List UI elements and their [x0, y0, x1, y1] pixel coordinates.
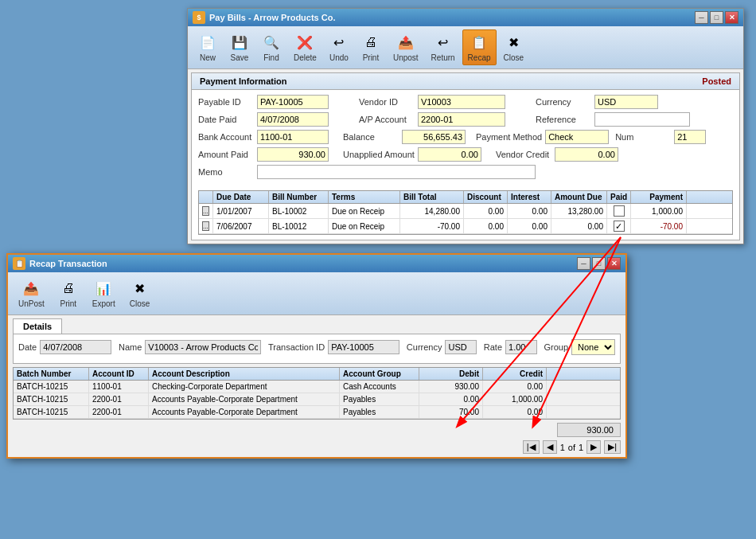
- paid-1[interactable]: [607, 204, 631, 218]
- bills-grid: Due Date Bill Number Terms Bill Total Di…: [198, 190, 733, 235]
- grid-row-2: ... 7/06/2007 BL-10012 Due on Receip -70…: [199, 219, 732, 234]
- details-form: Date Name Transaction ID Currency Rate G…: [13, 334, 621, 364]
- reference-label: Reference: [536, 115, 591, 124]
- recap-unpost-button[interactable]: 📤 UnPost: [13, 275, 50, 311]
- expand-btn-1[interactable]: ...: [202, 206, 209, 216]
- save-icon: 💾: [230, 33, 249, 52]
- vendor-id-label: Vendor ID: [359, 97, 415, 107]
- recap-unpost-label: UnPost: [18, 299, 45, 308]
- bank-account-input[interactable]: [257, 130, 329, 144]
- find-label: Find: [263, 53, 279, 62]
- date-paid-input[interactable]: [257, 112, 329, 127]
- expand-btn-2[interactable]: ...: [202, 221, 209, 231]
- new-label: New: [200, 53, 216, 62]
- form-row-2: Date Paid A/P Account Reference: [198, 112, 733, 127]
- rate-label: Rate: [484, 342, 502, 352]
- recap-close-button[interactable]: ✕: [607, 257, 621, 270]
- discount-header: Discount: [464, 191, 508, 203]
- pay-bills-window: $ Pay Bills - Arrow Products Co. ─ □ ✕ 📄…: [187, 8, 744, 244]
- form-row-3: Bank Account Balance Payment Method Num: [198, 130, 733, 144]
- num-input[interactable]: [674, 130, 706, 144]
- recap-titlebar: 📋 Recap Transaction ─ □ ✕: [8, 255, 625, 272]
- first-page-button[interactable]: |◀: [523, 440, 540, 454]
- last-page-button[interactable]: ▶|: [604, 440, 621, 454]
- grid-row-1: ... 1/01/2007 BL-10002 Due on Receip 14,…: [199, 204, 732, 219]
- currency-label: Currency: [407, 342, 442, 352]
- print-button[interactable]: 🖨 Print: [356, 29, 386, 65]
- paid-checkbox-1[interactable]: [614, 205, 625, 217]
- bill-number-header: Bill Number: [269, 191, 329, 203]
- next-page-button[interactable]: ▶: [586, 440, 601, 454]
- paid-header: Paid: [607, 191, 631, 203]
- credit-1: 0.00: [483, 381, 547, 393]
- recap-export-label: Export: [92, 299, 115, 308]
- ap-account-input[interactable]: [418, 112, 505, 127]
- pay-bills-icon: $: [193, 11, 205, 24]
- expand-cell-2[interactable]: ...: [199, 219, 213, 233]
- new-button[interactable]: 📄 New: [193, 29, 223, 65]
- reference-input[interactable]: [594, 112, 690, 127]
- recap-window-icon: 📋: [13, 257, 25, 270]
- details-tab[interactable]: Details: [13, 318, 62, 334]
- recap-rate-input: [505, 340, 537, 354]
- payment-method-input[interactable]: [545, 130, 609, 144]
- delete-label: Delete: [294, 53, 317, 62]
- memo-input[interactable]: [257, 165, 536, 179]
- group-dropdown[interactable]: None: [571, 339, 615, 355]
- delete-button[interactable]: ❌ Delete: [288, 29, 322, 65]
- bill-total-1: 14,280.00: [400, 204, 464, 218]
- prev-page-button[interactable]: ◀: [543, 440, 557, 454]
- payment-1: 1,000.00: [631, 204, 687, 218]
- recap-transaction-id-input: [328, 340, 399, 354]
- close-window-button[interactable]: ✕: [725, 11, 738, 24]
- acct-desc-1: Checking-Corporate Department: [149, 381, 340, 393]
- debit-header: Debit: [419, 368, 483, 380]
- vendor-credit-input[interactable]: [555, 147, 618, 162]
- print-icon: 🖨: [361, 33, 380, 52]
- return-button[interactable]: ↩ Return: [426, 29, 461, 65]
- vendor-credit-label: Vendor Credit: [496, 150, 551, 159]
- currency-input[interactable]: [594, 95, 658, 109]
- minimize-button[interactable]: ─: [695, 11, 708, 24]
- recap-grid: Batch Number Account ID Account Descript…: [13, 367, 621, 420]
- recap-minimize-button[interactable]: ─: [577, 257, 590, 270]
- payable-id-input[interactable]: [257, 95, 329, 109]
- recap-export-button[interactable]: 📊 Export: [87, 275, 121, 311]
- unapplied-input[interactable]: [418, 147, 481, 162]
- save-button[interactable]: 💾 Save: [224, 29, 255, 65]
- pay-bills-toolbar: 📄 New 💾 Save 🔍 Find ❌ Delete ↩ Undo 🖨 Pr…: [188, 26, 743, 69]
- recap-toolbar: 📤 UnPost 🖨 Print 📊 Export ✖ Close: [8, 272, 625, 315]
- recap-close-icon: ✖: [130, 279, 149, 298]
- unpost-icon: 📤: [396, 33, 415, 52]
- balance-input[interactable]: [402, 130, 466, 144]
- vendor-id-input[interactable]: [418, 95, 505, 109]
- find-button[interactable]: 🔍 Find: [256, 29, 286, 65]
- expand-cell-1[interactable]: ...: [199, 204, 213, 218]
- recap-close-toolbar-button[interactable]: ✖ Close: [124, 275, 156, 311]
- interest-1: 0.00: [508, 204, 551, 218]
- paid-2[interactable]: ✓: [607, 219, 631, 233]
- payment-tab[interactable]: Payment Information: [200, 76, 286, 86]
- discount-1: 0.00: [464, 204, 508, 218]
- close-toolbar-button[interactable]: ✖ Close: [498, 29, 530, 65]
- recap-button[interactable]: 📋 Recap: [462, 29, 497, 65]
- paid-checkbox-2[interactable]: ✓: [614, 221, 625, 232]
- bank-account-label: Bank Account: [198, 132, 254, 142]
- current-page: 1: [560, 443, 565, 452]
- recap-print-button[interactable]: 🖨 Print: [53, 275, 84, 311]
- recap-print-icon: 🖨: [59, 279, 78, 298]
- interest-header: Interest: [508, 191, 551, 203]
- unpost-button[interactable]: 📤 Unpost: [388, 29, 424, 65]
- undo-label: Undo: [329, 53, 349, 62]
- recap-maximize-button[interactable]: □: [592, 257, 606, 270]
- amount-paid-input[interactable]: [257, 147, 329, 162]
- details-header-row: Date Name Transaction ID Currency Rate G…: [18, 339, 615, 355]
- group-label: Group: [544, 342, 568, 352]
- undo-button[interactable]: ↩ Undo: [324, 29, 354, 65]
- recap-row-2: BATCH-10215 2200-01 Accounts Payable-Cor…: [14, 393, 620, 406]
- interest-2: 0.00: [508, 219, 551, 233]
- return-label: Return: [431, 53, 455, 62]
- maximize-button[interactable]: □: [710, 11, 723, 24]
- recap-date-input: [40, 340, 111, 354]
- bills-grid-header: Due Date Bill Number Terms Bill Total Di…: [199, 191, 732, 204]
